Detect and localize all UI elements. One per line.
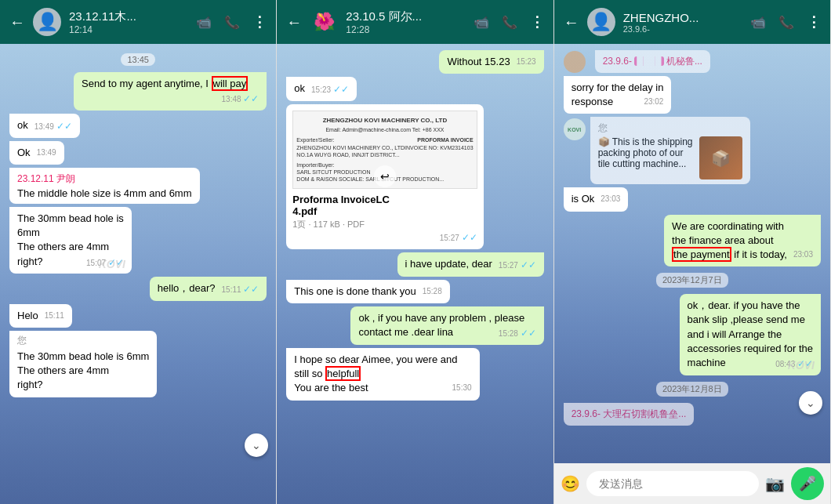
timestamp: 2023年12月7日 (656, 273, 728, 288)
contact-name-1: 23.12.11木... (69, 9, 188, 24)
phone-icon-2[interactable]: 📞 (502, 15, 517, 30)
msg-text: ok (294, 82, 305, 94)
pdf-attachment[interactable]: ZHENGZHOU KOVI MACHINERY CO., LTD Email:… (286, 104, 483, 249)
msg-text: Send to my agent anytime, I will pay (82, 76, 248, 91)
message-input-3[interactable] (586, 471, 759, 496)
msg-row: hello，dear? 15:11 ✓✓ (9, 277, 267, 301)
sender-label-row: 23.9.6- ████ 机秘鲁... (564, 50, 710, 73)
message-bubble: The 30mm bead hole is6mmThe others are 4… (9, 207, 132, 274)
message-bubble: Ok 13:49 (9, 141, 64, 165)
chat-panel-1: ← 👤 23.12.11木... 12:14 📹 📞 ⋮ 13:45 Send … (0, 0, 277, 504)
phone-icon-1[interactable]: 📞 (224, 15, 240, 30)
message-bubble: ok , if you have any problem , please co… (350, 306, 543, 345)
avatar-2: 🌺 (310, 8, 338, 36)
sender-name-msg: 23.9.6- ████ 机秘鲁... (595, 50, 710, 73)
pdf-filename: Proforma InvoiceLC4.pdf (292, 194, 477, 217)
msg-text: This one is done thank you (294, 285, 416, 297)
header-info-3: ZHENGZHO... 23.9.6- (623, 11, 742, 34)
message-bubble: Without 15.23 15:23 (439, 50, 543, 74)
back-button-3[interactable]: ← (564, 13, 579, 31)
scroll-down-button-1[interactable]: ⌄ (245, 433, 268, 457)
msg-time: 15:23 ✓✓ (311, 83, 349, 96)
msg-time: 15:11 ✓✓ (222, 283, 259, 296)
pdf-meta: 1页 · 117 kB · PDF (292, 219, 477, 230)
back-button-2[interactable]: ← (286, 13, 302, 31)
kovi-logo: KOVI (564, 118, 586, 140)
highlighted-helpfull: helpfull (325, 366, 361, 381)
msg-row: We are coordinating withthe finance area… (564, 215, 821, 267)
send-button-3[interactable]: 🎤 (791, 467, 824, 500)
chat-header-2: ← 🌺 23.10.5 阿尔... 12:28 📹 📞 ⋮ (277, 0, 553, 44)
header-icons-3: 📹 📞 ⋮ (750, 13, 821, 31)
msg-row: This one is done thank you 15:28 (286, 280, 543, 303)
more-icon-3[interactable]: ⋮ (807, 13, 821, 31)
msg-text: is Ok (572, 193, 595, 205)
msg-row: ok，dear. if you have thebank slip ,pleas… (564, 294, 821, 375)
msg-row: I hope so dear Aimee, you were and still… (286, 348, 543, 401)
message-bubble: ok，dear. if you have thebank slip ,pleas… (680, 294, 821, 375)
shipping-photo-thumbnail: 📦 (699, 136, 742, 179)
group-sender: 23.12.11 尹朗 (17, 172, 192, 186)
msg-time: 15:11 (45, 310, 64, 321)
avatar-1: 👤 (33, 8, 61, 36)
msg-text: I hope so dear Aimee, you were and still… (294, 354, 457, 393)
msg-text: Ok (17, 147, 31, 158)
msg-time: 13:48 ✓✓ (222, 92, 259, 106)
msg-row: Ok 13:49 (9, 141, 267, 165)
contact-name-2: 23.10.5 阿尔... (346, 9, 465, 24)
timestamp: 2023年12月8日 (656, 382, 728, 397)
bottom-sender-label: 23.9.6- 大理石切割机鲁垒... (564, 403, 695, 426)
chat-header-1: ← 👤 23.12.11木... 12:14 📹 📞 ⋮ (0, 0, 276, 44)
chat-messages-1: 13:45 Send to my agent anytime, I will p… (0, 44, 276, 504)
message-bubble: is Ok 23:03 (564, 187, 629, 211)
msg-time: 15:27 ✓✓ (499, 259, 536, 272)
forward-button[interactable]: ↩ (374, 165, 396, 187)
contact-time-1: 12:14 (69, 24, 188, 35)
msg-row: ok 13:49 ✓✓ (9, 114, 267, 138)
more-icon-1[interactable]: ⋮ (252, 13, 267, 31)
msg-row: ok 15:23 ✓✓ (286, 77, 543, 101)
video-icon-2[interactable]: 📹 (474, 15, 489, 30)
kovi-watermark: KOVI (99, 257, 125, 273)
msg-row: 23.9.6- ████ 机秘鲁... (564, 50, 821, 73)
contact-time-2: 12:28 (346, 24, 465, 35)
camera-icon-3[interactable]: 📷 (765, 474, 785, 493)
phone-icon-3[interactable]: 📞 (778, 15, 794, 30)
msg-text: Helo (17, 310, 38, 321)
msg-time: 15:28 ✓✓ (499, 327, 536, 340)
self-label: 您 (598, 121, 742, 135)
msg-row: sorry for the delay inresponse 23:02 (564, 76, 821, 114)
video-icon-1[interactable]: 📹 (196, 15, 212, 30)
msg-time: 15:28 (423, 286, 442, 297)
video-icon-3[interactable]: 📹 (750, 15, 766, 30)
msg-row: ok , if you have any problem , please co… (286, 306, 543, 345)
msg-row: 您 The 30mm bead hole is 6mmThe others ar… (9, 331, 267, 397)
message-bubble: ok 15:23 ✓✓ (286, 77, 357, 101)
highlighted-will-pay: will pay (212, 76, 249, 91)
blurred-label: ████ (634, 56, 663, 66)
msg-text: We are coordinating withthe finance area… (672, 220, 787, 262)
chat-panel-3: ← 👤 ZHENGZHO... 23.9.6- 📹 📞 ⋮ 23.9.6- ██… (554, 0, 831, 504)
msg-with-image: 📦 This is the shippingpacking photo of o… (598, 136, 742, 179)
msg-time: 13:49 ✓✓ (34, 120, 72, 133)
header-info-2: 23.10.5 阿尔... 12:28 (346, 9, 465, 35)
timestamp: 13:45 (121, 53, 155, 66)
chat-messages-2: Without 15.23 15:23 ok 15:23 ✓✓ ZHENGZHO… (277, 44, 553, 504)
message-bubble: We are coordinating withthe finance area… (664, 215, 821, 267)
msg-row: 23.12.11 尹朗 The middle hole size is 4mm … (9, 168, 267, 204)
scroll-down-button-3[interactable]: ⌄ (799, 391, 822, 415)
msg-text: The 30mm bead hole is 6mmThe others are … (17, 350, 149, 390)
self-label: 您 (17, 334, 149, 347)
pdf-time: 15:27 ✓✓ (292, 232, 477, 243)
msg-text: The middle hole size is 4mm and 6mm (17, 187, 192, 199)
chat-input-bar-3: 😊 📷 🎤 (554, 463, 830, 504)
emoji-icon-3[interactable]: 😊 (561, 474, 580, 493)
msg-time: 23:03 (601, 194, 620, 205)
msg-text: 📦 This is the shippingpacking photo of o… (598, 136, 693, 169)
message-bubble: sorry for the delay inresponse 23:02 (564, 76, 672, 114)
msg-row: Helo 15:11 (9, 304, 267, 328)
back-button-1[interactable]: ← (9, 13, 25, 31)
avatar-3: 👤 (587, 8, 615, 36)
more-icon-2[interactable]: ⋮ (530, 13, 544, 31)
msg-text: ok (17, 119, 28, 131)
